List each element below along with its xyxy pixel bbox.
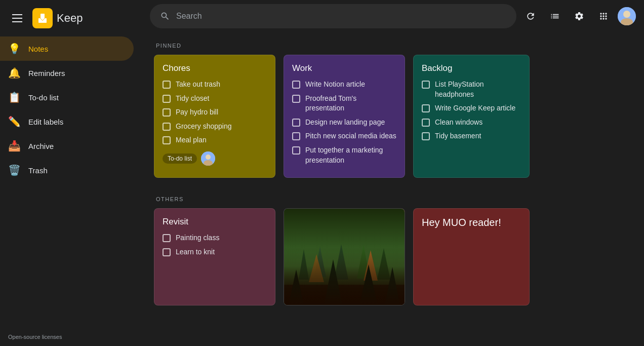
list-item: Pay hydro bill	[163, 107, 267, 118]
chores-title: Chores	[163, 63, 267, 73]
chores-footer: To-do list	[163, 151, 267, 166]
archive-icon: 📥	[8, 140, 20, 152]
svg-rect-6	[284, 209, 405, 305]
checkbox-proofread[interactable]	[292, 95, 300, 103]
sidebar-item-todo[interactable]: 📋 To-do list	[0, 85, 134, 109]
keep-logo-icon	[32, 8, 53, 28]
pinned-notes-grid: Chores Take out trash Tidy closet Pay hy…	[154, 55, 632, 178]
checkbox-meal-plan[interactable]	[163, 136, 171, 144]
checkbox-tidy-closet[interactable]	[163, 95, 171, 103]
search-input[interactable]	[176, 12, 506, 21]
search-bar[interactable]	[150, 4, 516, 28]
hamburger-icon[interactable]	[8, 10, 26, 26]
open-source-link[interactable]: Open-source licenses	[0, 328, 142, 346]
note-card-chores[interactable]: Chores Take out trash Tidy closet Pay hy…	[154, 55, 275, 178]
sidebar-label-trash: Trash	[28, 166, 48, 175]
list-item: Tidy basement	[422, 131, 521, 141]
note-card-work[interactable]: Work Write Notion article Proofread Tom'…	[284, 55, 405, 178]
svg-rect-14	[284, 285, 405, 305]
revisit-title: Revisit	[163, 217, 267, 227]
pinned-section-label: PINNED	[154, 36, 632, 55]
svg-marker-17	[359, 264, 378, 305]
checkbox-pay-hydro[interactable]	[163, 108, 171, 117]
sidebar-label-notes: Notes	[28, 45, 48, 53]
list-item: List PlayStation headphones	[422, 80, 521, 99]
checkbox-windows[interactable]	[422, 119, 430, 127]
checkbox-grocery[interactable]	[163, 123, 171, 131]
item-windows: Clean windows	[435, 118, 482, 128]
list-item: Tidy closet	[163, 94, 267, 104]
list-view-button[interactable]	[545, 6, 565, 26]
list-item: Pitch new social media ideas	[292, 131, 396, 141]
checkbox-notion[interactable]	[292, 81, 300, 89]
sidebar-label-edit-labels: Edit labels	[28, 118, 63, 126]
svg-marker-7	[299, 249, 309, 280]
list-item: Meal plan	[163, 135, 267, 145]
reminders-icon: 🔔	[8, 67, 20, 79]
item-playstation: List PlayStation headphones	[435, 80, 521, 99]
checkbox-playstation[interactable]	[422, 81, 430, 89]
sidebar: Keep 💡 Notes 🔔 Reminders 📋 To-do list ✏️…	[0, 0, 142, 346]
checkbox-basement[interactable]	[422, 132, 430, 140]
item-meal-plan: Meal plan	[176, 135, 207, 145]
item-tidy-closet: Tidy closet	[176, 94, 209, 104]
todo-chip[interactable]: To-do list	[163, 153, 197, 164]
trash-icon: 🗑️	[8, 164, 20, 176]
item-notion: Write Notion article	[305, 80, 365, 90]
checkbox-social[interactable]	[292, 132, 300, 140]
hey-text: Hey MUO reader!	[422, 217, 521, 228]
note-card-revisit[interactable]: Revisit Painting class Learn to knit	[154, 208, 275, 305]
list-item: Painting class	[163, 233, 267, 243]
sidebar-item-archive[interactable]: 📥 Archive	[0, 134, 134, 158]
backlog-title: Backlog	[422, 63, 521, 73]
list-item: Clean windows	[422, 118, 521, 128]
checkbox-landing[interactable]	[292, 119, 300, 127]
sidebar-item-notes[interactable]: 💡 Notes	[0, 36, 134, 61]
item-marketing: Put together a marketing presentation	[305, 145, 396, 165]
checkbox-google-keep[interactable]	[422, 104, 430, 112]
checkbox-painting[interactable]	[163, 234, 171, 242]
item-landing: Design new landing page	[305, 118, 385, 128]
sidebar-label-reminders: Reminders	[28, 69, 65, 78]
forest-image	[284, 209, 405, 305]
apps-button[interactable]	[593, 6, 614, 26]
sidebar-header: Keep	[0, 4, 142, 36]
item-pay-hydro: Pay hydro bill	[176, 107, 218, 118]
svg-marker-11	[377, 248, 390, 280]
note-card-backlog[interactable]: Backlog List PlayStation headphones Writ…	[413, 55, 530, 178]
refresh-button[interactable]	[520, 6, 541, 26]
svg-marker-12	[309, 254, 324, 282]
others-notes-grid: Revisit Painting class Learn to knit	[154, 208, 632, 305]
settings-button[interactable]	[569, 6, 589, 26]
list-item: Learn to knit	[163, 247, 267, 257]
svg-marker-10	[357, 245, 370, 279]
list-item: Take out trash	[163, 80, 267, 90]
app-logo: Keep	[32, 8, 83, 28]
content-area: PINNED Chores Take out trash Tidy closet…	[142, 32, 644, 346]
sidebar-label-archive: Archive	[28, 142, 54, 150]
svg-point-4	[206, 155, 211, 160]
svg-marker-13	[364, 250, 378, 281]
item-basement: Tidy basement	[435, 131, 481, 141]
list-item: Proofread Tom's presentation	[292, 94, 396, 113]
checkbox-marketing[interactable]	[292, 146, 300, 155]
sidebar-nav: 💡 Notes 🔔 Reminders 📋 To-do list ✏️ Edit…	[0, 36, 142, 328]
user-avatar[interactable]	[618, 7, 636, 25]
checkbox-take-out-trash[interactable]	[163, 81, 171, 89]
svg-point-1	[623, 11, 630, 18]
list-item: Design new landing page	[292, 118, 396, 128]
note-card-forest[interactable]	[284, 208, 405, 305]
item-knit: Learn to knit	[176, 247, 215, 257]
note-card-hey[interactable]: Hey MUO reader!	[413, 208, 530, 305]
sidebar-item-reminders[interactable]: 🔔 Reminders	[0, 61, 134, 85]
sidebar-item-edit-labels[interactable]: ✏️ Edit labels	[0, 109, 134, 134]
sidebar-label-todo: To-do list	[28, 93, 59, 102]
svg-marker-15	[289, 270, 304, 305]
list-item: Write Google Keep article	[422, 103, 521, 113]
svg-marker-8	[314, 247, 326, 277]
search-icon	[160, 11, 170, 21]
checkbox-knit[interactable]	[163, 248, 171, 256]
svg-marker-18	[385, 267, 400, 305]
sidebar-item-trash[interactable]: 🗑️ Trash	[0, 158, 134, 182]
notes-icon: 💡	[8, 43, 20, 55]
